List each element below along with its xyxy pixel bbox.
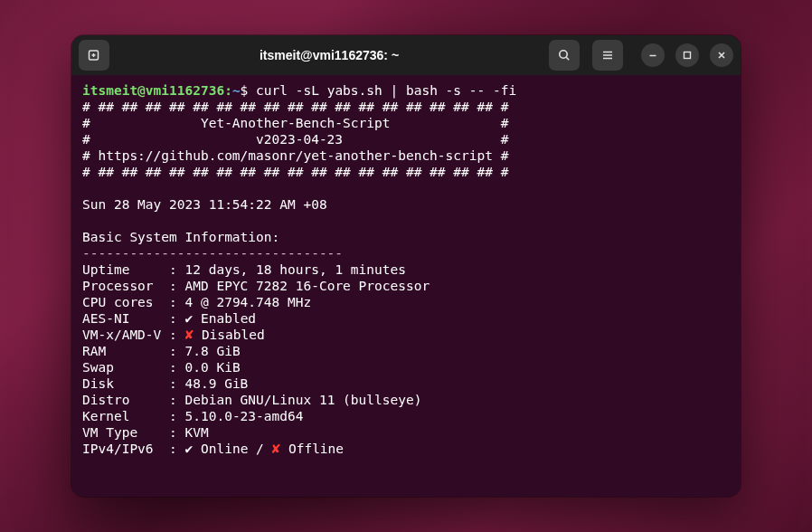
info-row-cpucores: CPU cores : 4 @ 2794.748 MHz	[82, 295, 311, 309]
banner-line: # ## ## ## ## ## ## ## ## ## ## ## ## ##…	[82, 165, 508, 179]
prompt-user-host: itsmeit@vmi1162736	[82, 83, 224, 98]
info-row-distro: Distro : Debian GNU/Linux 11 (bullseye)	[82, 393, 421, 407]
terminal-window: itsmeit@vmi1162736: ~	[71, 35, 741, 497]
info-row-kernel: Kernel : 5.10.0-23-amd64	[82, 409, 303, 423]
minimize-button[interactable]	[641, 43, 665, 67]
terminal-output[interactable]: itsmeit@vmi1162736:~$ curl -sL yabs.sh |…	[71, 75, 741, 497]
menu-button[interactable]	[592, 40, 623, 71]
svg-rect-2	[685, 52, 691, 59]
divider: ---------------------------------	[82, 246, 343, 261]
info-row-vmxamd: VM-x/AMD-V : ✘ Disabled	[82, 328, 265, 342]
info-row-swap: Swap : 0.0 KiB	[82, 360, 241, 375]
cross-icon: ✘	[272, 440, 281, 457]
close-button[interactable]	[710, 43, 733, 67]
info-row-uptime: Uptime : 12 days, 18 hours, 1 minutes	[82, 262, 406, 277]
check-icon: ✔	[185, 442, 194, 456]
info-row-processor: Processor : AMD EPYC 7282 16-Core Proces…	[82, 279, 430, 293]
banner-line: # https://github.com/masonr/yet-another-…	[82, 148, 508, 163]
maximize-button[interactable]	[675, 43, 699, 67]
info-row-vmtype: VM Type : KVM	[82, 425, 209, 440]
prompt-line: itsmeit@vmi1162736:~$ curl -sL yabs.sh |…	[82, 83, 516, 98]
check-icon: ✔	[185, 311, 194, 326]
svg-point-1	[560, 51, 567, 58]
banner-line: # ## ## ## ## ## ## ## ## ## ## ## ## ##…	[82, 100, 508, 114]
window-title: itsmeit@vmi1162736: ~	[127, 48, 531, 62]
command-text: curl -sL yabs.sh | bash -s -- -fi	[256, 83, 516, 98]
section-title: Basic System Information:	[82, 230, 279, 244]
banner-line: # Yet-Another-Bench-Script #	[82, 116, 508, 130]
prompt-dollar: $	[241, 83, 249, 98]
info-row-disk: Disk : 48.9 GiB	[82, 376, 248, 391]
timestamp: Sun 28 May 2023 11:54:22 AM +08	[82, 197, 327, 212]
banner-line: # v2023-04-23 #	[82, 132, 508, 147]
prompt-path: ~	[232, 83, 241, 98]
info-row-ipv: IPv4/IPv6 : ✔ Online / ✘ Offline	[82, 442, 344, 456]
new-tab-button[interactable]	[79, 40, 109, 71]
search-button[interactable]	[549, 40, 580, 71]
cross-icon: ✘	[185, 326, 194, 343]
info-row-aesni: AES-NI : ✔ Enabled	[82, 311, 256, 326]
info-row-ram: RAM : 7.8 GiB	[82, 344, 241, 358]
titlebar: itsmeit@vmi1162736: ~	[71, 35, 741, 75]
